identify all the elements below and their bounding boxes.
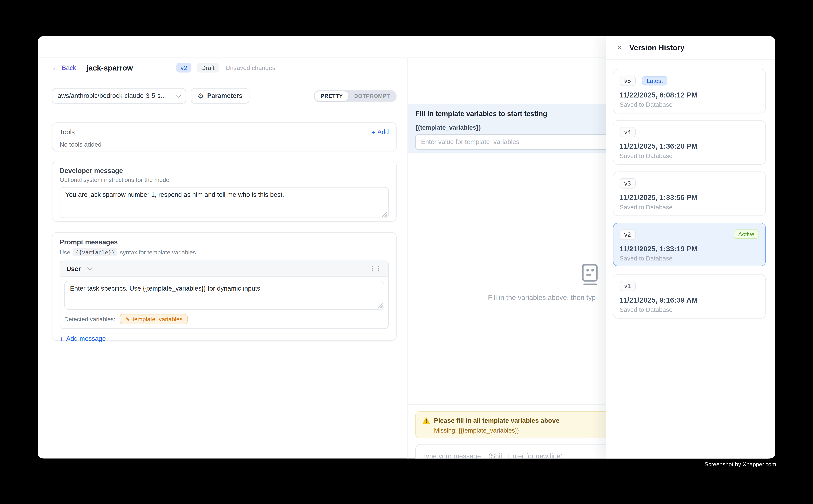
version-timestamp: 11/22/2025, 6:08:12 PM (620, 91, 759, 99)
app-window: ← Back jack-sparrow v2 Draft Unsaved cha… (38, 36, 775, 458)
version-card-v2-active[interactable]: v2 Active 11/21/2025, 1:33:19 PM Saved t… (613, 223, 766, 266)
hint-suffix: syntax for template variables (120, 249, 196, 255)
version-number-badge: v4 (620, 127, 636, 137)
drag-handle-icon[interactable]: ⋮⋮ (370, 265, 382, 272)
latest-badge: Latest (642, 76, 668, 85)
version-badge: v2 (176, 63, 191, 73)
parameters-label: Parameters (207, 92, 243, 99)
page-title: jack-sparrow (86, 64, 133, 72)
version-save-status: Saved to Database (620, 255, 759, 262)
add-tool-label: Add (377, 128, 389, 136)
version-history-header: ✕ Version History (606, 36, 775, 59)
draft-badge: Draft (197, 63, 219, 73)
version-history-title: Version History (629, 44, 685, 52)
add-message-label: Add message (66, 335, 106, 342)
detected-variables-row: Detected variables: ✎ template_variables (64, 314, 384, 324)
prompt-syntax-hint: Use {{variable}} syntax for template var… (60, 248, 389, 256)
version-timestamp: 11/21/2025, 9:16:39 AM (620, 296, 759, 304)
version-number-badge: v5 (620, 76, 636, 86)
watermark: Screenshot by Xnapper.com (705, 461, 776, 467)
back-button[interactable]: ← Back (52, 64, 76, 71)
prompt-messages-title: Prompt messages (60, 238, 389, 246)
version-history-panel: ✕ Version History v5 Latest 11/22/2025, … (606, 36, 775, 458)
template-variable-name: template_variables (132, 316, 182, 322)
back-label: Back (62, 64, 76, 71)
version-number-badge: v2 (620, 229, 636, 240)
close-icon[interactable]: ✕ (617, 44, 623, 52)
gear-icon: ⚙ (197, 92, 204, 99)
unsaved-changes-label: Unsaved changes (226, 64, 276, 71)
prompt-header-row: ← Back jack-sparrow v2 Draft Unsaved cha… (52, 63, 397, 73)
version-timestamp: 11/21/2025, 1:36:28 PM (620, 142, 759, 150)
plus-icon: + (60, 335, 64, 342)
model-toolbar: aws/anthropic/bedrock-claude-3-5-s... ⚙ … (52, 88, 397, 104)
message-role-header: User ⋮⋮ (60, 261, 388, 277)
add-tool-button[interactable]: + Add (371, 128, 389, 136)
chevron-down-icon (176, 92, 181, 97)
user-message-textarea[interactable]: Enter task specifics. Use {{template_var… (64, 281, 384, 310)
template-variable-chip[interactable]: ✎ template_variables (120, 314, 188, 324)
tools-card: Tools + Add No tools added (52, 122, 397, 151)
version-timestamp: 11/21/2025, 1:33:19 PM (620, 244, 759, 253)
version-history-list: v5 Latest 11/22/2025, 6:08:12 PM Saved t… (606, 60, 775, 319)
active-badge: Active (734, 229, 759, 239)
developer-message-title: Developer message (60, 167, 389, 175)
version-timestamp: 11/21/2025, 1:33:56 PM (620, 193, 759, 202)
tools-title: Tools (60, 128, 75, 136)
hint-prefix: Use (60, 249, 70, 255)
role-select-value: User (66, 265, 81, 272)
back-arrow-icon: ← (52, 64, 59, 71)
chevron-down-icon (87, 265, 92, 270)
warning-icon (422, 416, 430, 424)
version-save-status: Saved to Database (620, 204, 759, 211)
version-card-v3[interactable]: v3 11/21/2025, 1:33:56 PM Saved to Datab… (613, 172, 766, 216)
pencil-icon: ✎ (125, 316, 130, 322)
version-card-v5[interactable]: v5 Latest 11/22/2025, 6:08:12 PM Saved t… (613, 69, 766, 113)
prompt-messages-card: Prompt messages Use {{variable}} syntax … (52, 232, 397, 341)
parameters-button[interactable]: ⚙ Parameters (191, 88, 249, 104)
screenshot-stage: ← Back jack-sparrow v2 Draft Unsaved cha… (0, 0, 813, 504)
robot-icon (580, 263, 600, 288)
developer-message-textarea[interactable]: You are jack sparrow number 1, respond a… (60, 187, 389, 218)
add-message-button[interactable]: + Add message (60, 335, 389, 342)
user-message-block: User ⋮⋮ Enter task specifics. Use {{temp… (60, 260, 389, 329)
version-number-badge: v1 (620, 281, 636, 291)
view-mode-toggle: PRETTY DOTPROMPT (314, 90, 397, 102)
version-save-status: Saved to Database (620, 306, 759, 313)
model-select[interactable]: aws/anthropic/bedrock-claude-3-5-s... (52, 88, 186, 104)
warning-title: Please fill in all template variables ab… (434, 417, 559, 424)
role-select[interactable]: User (66, 265, 92, 272)
version-save-status: Saved to Database (620, 152, 759, 160)
version-card-v4[interactable]: v4 11/21/2025, 1:36:28 PM Saved to Datab… (613, 120, 766, 165)
plus-icon: + (371, 129, 375, 135)
developer-message-subtitle: Optional system instructions for the mod… (60, 177, 389, 183)
model-select-value: aws/anthropic/bedrock-claude-3-5-s... (57, 92, 166, 99)
detected-variables-label: Detected variables: (64, 316, 115, 322)
version-card-v1[interactable]: v1 11/21/2025, 9:16:39 AM Saved to Datab… (613, 274, 766, 318)
developer-message-card: Developer message Optional system instru… (52, 161, 397, 222)
chat-empty-state-text: Fill in the variables above, then typ (488, 294, 596, 301)
version-save-status: Saved to Database (620, 101, 759, 108)
toggle-dotprompt[interactable]: DOTPROMPT (349, 91, 396, 101)
version-number-badge: v3 (620, 178, 636, 188)
variable-syntax-chip: {{variable}} (73, 248, 117, 256)
no-tools-label: No tools added (60, 141, 389, 148)
toggle-pretty[interactable]: PRETTY (315, 91, 349, 101)
